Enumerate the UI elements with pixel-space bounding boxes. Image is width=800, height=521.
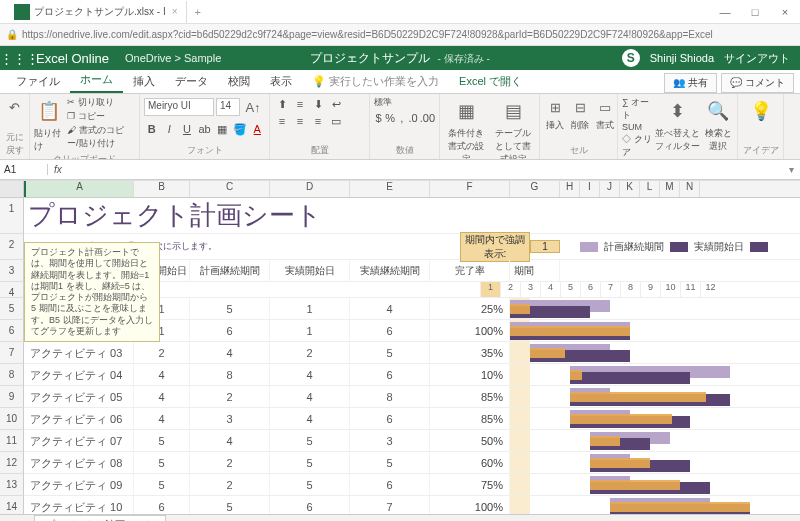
row-header[interactable]: 6 <box>0 320 24 342</box>
col-L[interactable]: L <box>640 181 660 197</box>
currency-icon[interactable]: $ <box>374 110 383 126</box>
col-G[interactable]: G <box>510 181 560 197</box>
data-row[interactable]: 14 アクティビティ 10 6 5 6 7 100% <box>0 496 800 514</box>
data-row[interactable]: 11 アクティビティ 07 5 4 5 3 50% <box>0 430 800 452</box>
underline-icon[interactable]: U <box>179 121 195 137</box>
fill-color-icon[interactable]: 🪣 <box>232 121 248 137</box>
strike-icon[interactable]: ab <box>197 121 213 137</box>
row-header[interactable]: 4 <box>0 282 24 298</box>
row-header[interactable]: 1 <box>0 198 24 234</box>
app-launcher-icon[interactable]: ⋮⋮⋮ <box>0 51 28 66</box>
window-maximize-button[interactable]: □ <box>740 6 770 18</box>
skype-icon[interactable]: S <box>622 49 640 67</box>
window-close-button[interactable]: × <box>770 6 800 18</box>
format-painter-button[interactable]: 🖌 書式のコピー/貼り付け <box>67 124 135 150</box>
dec-inc-icon[interactable]: .0 <box>408 110 417 126</box>
row-header[interactable]: 3 <box>0 260 24 282</box>
col-E[interactable]: E <box>350 181 430 197</box>
align-left-icon[interactable]: ≡ <box>274 113 290 129</box>
row-header[interactable]: 11 <box>0 430 24 452</box>
delete-cells-icon[interactable]: ⊟ <box>569 96 591 118</box>
col-B[interactable]: B <box>134 181 190 197</box>
align-top-icon[interactable]: ⬆ <box>274 96 290 112</box>
col-I[interactable]: I <box>580 181 600 197</box>
comma-icon[interactable]: , <box>397 110 406 126</box>
comments-button[interactable]: 💬 コメント <box>721 73 794 93</box>
undo-icon[interactable]: ↶ <box>4 96 25 118</box>
col-D[interactable]: D <box>270 181 350 197</box>
col-A[interactable]: A <box>24 181 134 197</box>
name-box[interactable]: A1 <box>0 164 48 175</box>
formula-expand-icon[interactable]: ▾ <box>783 164 800 175</box>
wrap-text-icon[interactable]: ↩ <box>328 96 344 112</box>
fx-icon[interactable]: fx <box>48 164 68 175</box>
find-select-icon[interactable]: 🔍 <box>703 96 733 126</box>
format-cells-icon[interactable]: ▭ <box>594 96 616 118</box>
data-row[interactable]: 7 アクティビティ 03 2 4 2 5 35% <box>0 342 800 364</box>
data-row[interactable]: 8 アクティビティ 04 4 8 4 6 10% <box>0 364 800 386</box>
merge-icon[interactable]: ▭ <box>328 113 344 129</box>
dec-dec-icon[interactable]: .00 <box>420 110 435 126</box>
row-header[interactable]: 13 <box>0 474 24 496</box>
cut-button[interactable]: ✂ 切り取り <box>67 96 135 109</box>
percent-icon[interactable]: % <box>385 110 395 126</box>
row-header[interactable]: 9 <box>0 386 24 408</box>
font-name-select[interactable]: Meiryo UI <box>144 98 214 116</box>
tab-home[interactable]: ホーム <box>70 68 123 93</box>
open-in-excel[interactable]: Excel で開く <box>449 70 532 93</box>
user-name[interactable]: Shinji Shioda <box>650 52 714 64</box>
col-J[interactable]: J <box>600 181 620 197</box>
highlight-value[interactable]: 1 <box>530 240 560 253</box>
paste-icon[interactable]: 📋 <box>34 96 64 126</box>
number-format-select[interactable]: 標準 <box>374 96 430 109</box>
col-M[interactable]: M <box>660 181 680 197</box>
doc-name[interactable]: プロジェクトサンプル <box>310 51 430 65</box>
align-mid-icon[interactable]: ≡ <box>292 96 308 112</box>
col-H[interactable]: H <box>560 181 580 197</box>
col-F[interactable]: F <box>430 181 510 197</box>
border-icon[interactable]: ▦ <box>214 121 230 137</box>
tab-review[interactable]: 校閲 <box>218 70 260 93</box>
breadcrumb[interactable]: OneDrive > Sample <box>117 52 229 64</box>
align-bot-icon[interactable]: ⬇ <box>310 96 326 112</box>
share-button[interactable]: 👥 共有 <box>664 73 717 93</box>
col-C[interactable]: C <box>190 181 270 197</box>
tab-close-icon[interactable]: × <box>172 6 178 17</box>
sheet-tab[interactable]: プロジェクト計画シート <box>34 515 166 521</box>
row-header[interactable]: 8 <box>0 364 24 386</box>
align-center-icon[interactable]: ≡ <box>292 113 308 129</box>
col-N[interactable]: N <box>680 181 700 197</box>
row-header[interactable]: 10 <box>0 408 24 430</box>
tab-insert[interactable]: 挿入 <box>123 70 165 93</box>
spreadsheet-grid[interactable]: A B C D E F G H I J K L M N 1 プロジェクト計画シー… <box>0 180 800 514</box>
tab-view[interactable]: 表示 <box>260 70 302 93</box>
browser-tab[interactable]: プロジェクトサンプル.xlsx - I × <box>0 1 187 23</box>
address-bar[interactable]: 🔒 https://onedrive.live.com/edit.aspx?ci… <box>0 24 800 46</box>
row-header[interactable]: 2 <box>0 234 24 260</box>
new-tab-button[interactable]: + <box>187 6 209 18</box>
copy-button[interactable]: ❐ コピー <box>67 110 135 123</box>
insert-cells-icon[interactable]: ⊞ <box>544 96 566 118</box>
italic-icon[interactable]: I <box>162 121 178 137</box>
cond-format-icon[interactable]: ▦ <box>451 96 481 126</box>
tab-file[interactable]: ファイル <box>6 70 70 93</box>
format-table-icon[interactable]: ▤ <box>498 96 528 126</box>
font-size-select[interactable]: 14 <box>216 98 240 116</box>
window-minimize-button[interactable]: — <box>710 6 740 18</box>
row-header[interactable]: 14 <box>0 496 24 514</box>
data-row[interactable]: 10 アクティビティ 06 4 3 4 6 85% <box>0 408 800 430</box>
tab-data[interactable]: データ <box>165 70 218 93</box>
col-K[interactable]: K <box>620 181 640 197</box>
autosum-button[interactable]: ∑ オート SUM <box>622 96 652 132</box>
data-row[interactable]: 9 アクティビティ 05 4 2 4 8 85% <box>0 386 800 408</box>
clear-button[interactable]: ◇ クリア <box>622 133 652 159</box>
signout-link[interactable]: サインアウト <box>724 51 790 66</box>
align-right-icon[interactable]: ≡ <box>310 113 326 129</box>
select-all-corner[interactable] <box>0 181 24 197</box>
bold-icon[interactable]: B <box>144 121 160 137</box>
row-header[interactable]: 7 <box>0 342 24 364</box>
font-color-icon[interactable]: A <box>249 121 265 137</box>
increase-font-icon[interactable]: A↑ <box>242 96 264 118</box>
tell-me-input[interactable]: 💡 実行したい作業を入力 <box>302 70 449 93</box>
sort-filter-icon[interactable]: ⬍ <box>662 96 692 126</box>
